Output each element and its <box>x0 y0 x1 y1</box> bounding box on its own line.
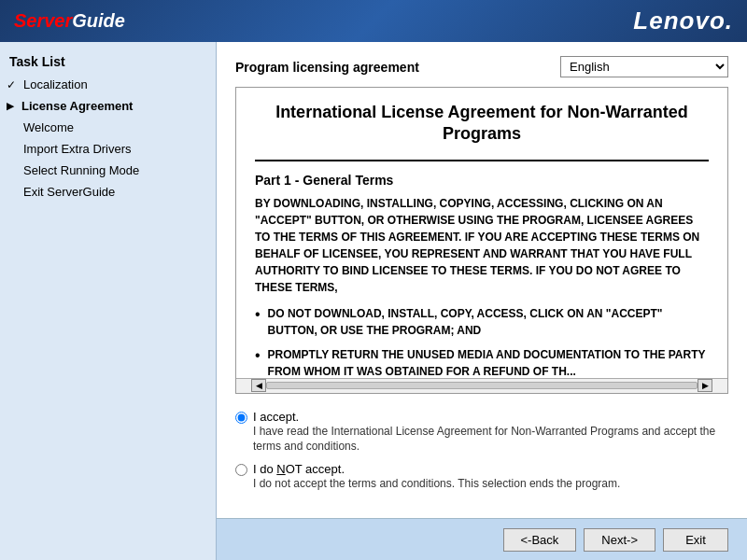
radio-section: I accept. I have read the International … <box>235 405 728 504</box>
sidebar-item-import-extra-drivers[interactable]: Import Extra Drivers <box>0 138 216 160</box>
exit-button[interactable]: Exit <box>663 528 728 552</box>
content-area: Program licensing agreement English Fren… <box>217 42 747 518</box>
sidebar-item-license-agreement[interactable]: License Agreement <box>0 95 216 117</box>
sidebar-item-localization[interactable]: Localization <box>0 74 216 95</box>
sidebar-item-welcome[interactable]: Welcome <box>0 117 216 138</box>
license-title: International License Agreement for Non-… <box>255 102 709 146</box>
sidebar-item-label: Select Running Mode <box>23 163 139 177</box>
decline-desc: I do not accept the terms and conditions… <box>253 476 620 492</box>
accept-label: I accept. <box>253 410 728 424</box>
bullet-text-2: PROMPTLY RETURN THE UNUSED MEDIA AND DOC… <box>268 346 709 378</box>
next-button[interactable]: Next-> <box>584 528 655 552</box>
bullet-dot-2: • <box>255 346 261 378</box>
h-scroll-right-btn[interactable]: ▶ <box>698 379 712 392</box>
accept-radio[interactable] <box>235 412 247 424</box>
main-container: Task List Localization License Agreement… <box>0 42 747 560</box>
logo-guide: Guide <box>72 10 125 31</box>
sidebar: Task List Localization License Agreement… <box>0 42 217 560</box>
h-scrollbar[interactable]: ◀ ▶ <box>236 378 727 393</box>
license-divider <box>255 160 709 161</box>
license-body-text: BY DOWNLOADING, INSTALLING, COPYING, ACC… <box>255 195 709 296</box>
sidebar-item-label: Welcome <box>23 120 74 134</box>
content-header: Program licensing agreement English Fren… <box>235 56 728 77</box>
decline-option: I do NOT accept. I do not accept the ter… <box>235 462 728 492</box>
sidebar-item-label: Localization <box>23 77 88 91</box>
accept-desc: I have read the International License Ag… <box>253 424 728 455</box>
decline-label: I do NOT accept. <box>253 462 620 476</box>
bullet-dot-1: • <box>255 305 261 339</box>
back-button[interactable]: <-Back <box>503 528 577 552</box>
sidebar-item-select-running-mode[interactable]: Select Running Mode <box>0 160 216 181</box>
app-logo: ServerGuide <box>14 10 125 32</box>
header: ServerGuide Lenovo. <box>0 0 747 42</box>
license-scroll-area[interactable]: International License Agreement for Non-… <box>236 88 727 378</box>
sidebar-item-label: License Agreement <box>21 99 133 113</box>
logo-server: Server <box>14 10 72 31</box>
license-bullet-1: • DO NOT DOWNLOAD, INSTALL, COPY, ACCESS… <box>255 305 709 339</box>
sidebar-item-label: Exit ServerGuide <box>23 185 115 199</box>
sidebar-item-exit-serverguide[interactable]: Exit ServerGuide <box>0 181 216 203</box>
bullet-text-1: DO NOT DOWNLOAD, INSTALL, COPY, ACCESS, … <box>268 305 709 339</box>
language-selector-wrapper: English French German Spanish <box>560 56 728 77</box>
license-section-title: Part 1 - General Terms <box>255 173 709 188</box>
content-title: Program licensing agreement <box>235 60 419 75</box>
language-select[interactable]: English French German Spanish <box>560 56 728 77</box>
accept-option: I accept. I have read the International … <box>235 410 728 455</box>
license-bullet-2: • PROMPTLY RETURN THE UNUSED MEDIA AND D… <box>255 346 709 378</box>
sidebar-item-label: Import Extra Drivers <box>23 142 132 156</box>
footer: <-Back Next-> Exit <box>217 518 747 560</box>
h-scroll-track[interactable] <box>266 382 698 389</box>
sidebar-title: Task List <box>0 47 216 74</box>
brand-logo: Lenovo. <box>633 7 733 35</box>
decline-label-group: I do NOT accept. I do not accept the ter… <box>253 462 620 492</box>
accept-label-group: I accept. I have read the International … <box>253 410 728 455</box>
decline-radio[interactable] <box>235 464 247 476</box>
license-box: International License Agreement for Non-… <box>235 87 728 394</box>
h-scroll-left-btn[interactable]: ◀ <box>251 379 266 392</box>
